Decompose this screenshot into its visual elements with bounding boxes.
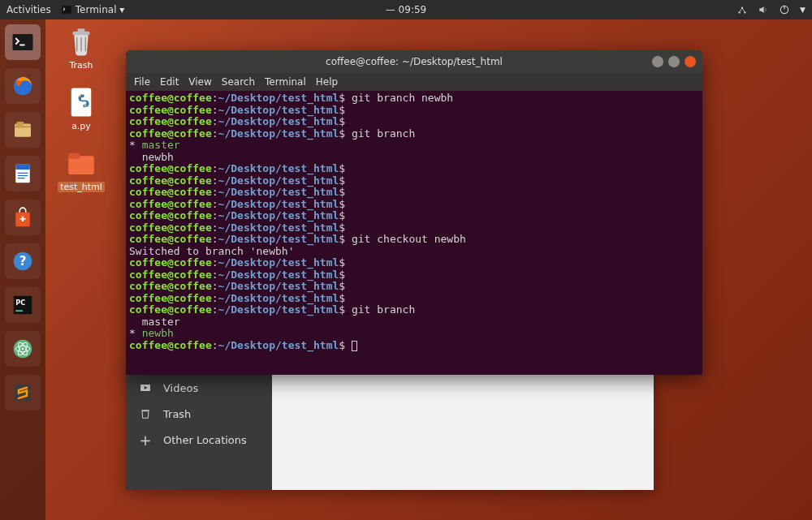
svg-rect-11 bbox=[17, 122, 24, 126]
desktop-folder-testhtml[interactable]: test_html bbox=[57, 146, 106, 192]
launcher-atom[interactable] bbox=[5, 331, 41, 367]
svg-point-34 bbox=[79, 95, 80, 97]
files-content-area[interactable] bbox=[272, 368, 654, 490]
menu-file[interactable]: File bbox=[134, 76, 150, 88]
document-icon bbox=[11, 161, 35, 186]
shopping-bag-icon bbox=[11, 205, 35, 230]
svg-rect-24 bbox=[15, 310, 23, 312]
desktop-icons: Trash a.py test_html bbox=[57, 24, 106, 192]
terminal-body[interactable]: coffee@coffee:~/Desktop/test_html$ git b… bbox=[126, 91, 702, 375]
terminal-menubar: File Edit View Search Terminal Help bbox=[126, 73, 702, 91]
terminal-title: coffee@coffee: ~/Desktop/test_html bbox=[326, 56, 503, 67]
svg-rect-15 bbox=[18, 175, 28, 176]
sidebar-label: Videos bbox=[163, 382, 198, 394]
launcher-dock: ? PC bbox=[0, 19, 45, 520]
terminal-window: coffee@coffee: ~/Desktop/test_html File … bbox=[126, 50, 702, 375]
svg-rect-14 bbox=[18, 173, 28, 174]
launcher-software[interactable] bbox=[5, 200, 41, 235]
terminal-icon bbox=[61, 4, 72, 15]
app-indicator[interactable]: Terminal ▾ bbox=[61, 4, 125, 15]
top-bar: Activities Terminal ▾ — 09:59 ▼ bbox=[0, 0, 812, 19]
trash-icon bbox=[139, 407, 152, 420]
desktop-trash[interactable]: Trash bbox=[57, 24, 106, 71]
sidebar-item-other-locations[interactable]: + Other Locations bbox=[126, 427, 272, 453]
launcher-writer[interactable] bbox=[5, 156, 41, 191]
atom-icon bbox=[11, 337, 35, 361]
svg-rect-5 bbox=[784, 6, 784, 10]
sidebar-item-trash[interactable]: Trash bbox=[126, 401, 272, 427]
svg-rect-16 bbox=[18, 178, 25, 178]
launcher-terminal[interactable] bbox=[5, 24, 41, 60]
python-file-icon bbox=[64, 85, 98, 119]
svg-rect-32 bbox=[78, 28, 85, 32]
help-icon: ? bbox=[11, 249, 35, 273]
clock[interactable]: — 09:59 bbox=[386, 4, 426, 15]
svg-rect-19 bbox=[22, 217, 24, 221]
sidebar-item-videos[interactable]: Videos bbox=[126, 375, 272, 401]
files-window: Videos Trash + Other Locations bbox=[126, 368, 654, 490]
launcher-firefox[interactable] bbox=[5, 68, 41, 104]
menu-search[interactable]: Search bbox=[222, 76, 255, 88]
svg-rect-7 bbox=[19, 45, 24, 46]
terminal-icon bbox=[11, 30, 35, 54]
files-sidebar: Videos Trash + Other Locations bbox=[126, 368, 272, 490]
sublime-icon bbox=[11, 380, 35, 405]
menu-terminal[interactable]: Terminal bbox=[265, 76, 306, 88]
svg-rect-40 bbox=[141, 410, 149, 410]
terminal-titlebar[interactable]: coffee@coffee: ~/Desktop/test_html bbox=[126, 50, 702, 73]
plus-icon: + bbox=[139, 433, 152, 446]
activities-button[interactable]: Activities bbox=[6, 4, 51, 15]
volume-icon[interactable] bbox=[758, 4, 769, 15]
power-icon[interactable] bbox=[779, 4, 790, 15]
launcher-help[interactable]: ? bbox=[5, 243, 41, 279]
files-icon bbox=[11, 118, 35, 142]
menu-view[interactable]: View bbox=[188, 76, 211, 88]
desktop-apy-label: a.py bbox=[69, 121, 93, 131]
launcher-sublime[interactable] bbox=[5, 375, 41, 410]
svg-rect-37 bbox=[68, 153, 80, 159]
sidebar-label: Other Locations bbox=[163, 434, 247, 446]
desktop-file-apy[interactable]: a.py bbox=[57, 85, 106, 131]
sidebar-label: Trash bbox=[163, 408, 191, 420]
window-minimize-button[interactable] bbox=[652, 56, 663, 67]
network-icon[interactable] bbox=[736, 4, 748, 15]
svg-rect-0 bbox=[62, 6, 71, 13]
trash-icon bbox=[64, 24, 98, 58]
svg-rect-10 bbox=[15, 126, 31, 128]
videos-icon bbox=[139, 381, 152, 394]
svg-rect-6 bbox=[13, 34, 33, 50]
chevron-down-icon[interactable]: ▼ bbox=[800, 6, 806, 14]
launcher-pycharm[interactable]: PC bbox=[5, 287, 41, 323]
window-close-button[interactable] bbox=[685, 56, 696, 67]
menu-edit[interactable]: Edit bbox=[160, 76, 179, 88]
desktop-trash-label: Trash bbox=[67, 60, 95, 71]
pycharm-icon: PC bbox=[11, 293, 35, 317]
svg-point-29 bbox=[22, 348, 24, 350]
launcher-files[interactable] bbox=[5, 112, 41, 148]
svg-text:?: ? bbox=[19, 254, 27, 269]
svg-point-35 bbox=[84, 105, 86, 106]
folder-icon bbox=[64, 146, 98, 180]
app-indicator-label: Terminal ▾ bbox=[76, 4, 125, 15]
window-maximize-button[interactable] bbox=[668, 56, 680, 67]
desktop-folder-label: test_html bbox=[58, 182, 105, 192]
firefox-icon bbox=[11, 74, 35, 98]
svg-rect-13 bbox=[15, 165, 30, 170]
menu-help[interactable]: Help bbox=[316, 76, 338, 88]
svg-text:PC: PC bbox=[15, 299, 25, 307]
